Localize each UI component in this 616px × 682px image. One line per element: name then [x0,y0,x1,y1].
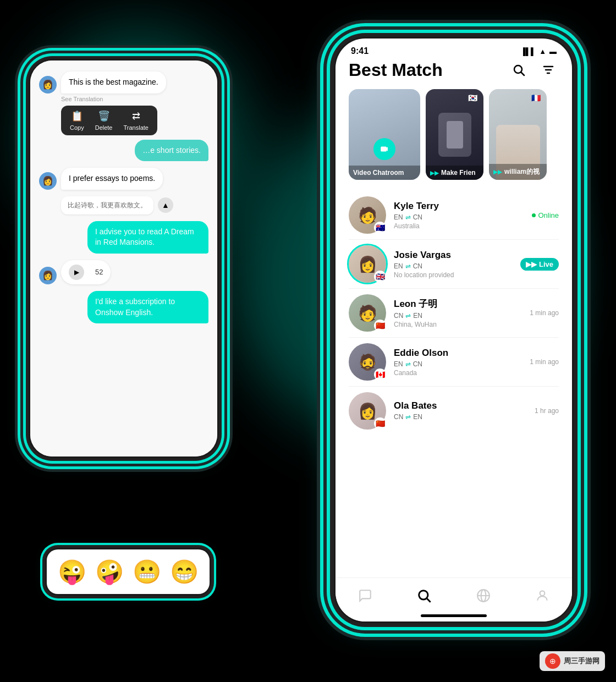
emoji-3[interactable]: 😬 [133,558,161,585]
chat-bubble-5: I'd like a subscription to Onshow Englis… [87,291,208,323]
story-card-make-friends[interactable]: 🇰🇷 ▶▶ Make Frien [426,89,483,180]
user-avatar-leon: 🧑 🇨🇳 [349,294,386,332]
svg-line-1 [521,73,525,76]
user-row-leon[interactable]: 🧑 🇨🇳 Leon 子明 CN ⇌ EN China, WuHan 1 min … [349,289,559,338]
watermark-text: 周三手游网 [564,656,600,666]
status-bar: 9:41 ▐▌▌ ▲ ▬ [336,38,572,59]
josie-live-badge: ▶▶ Live [520,258,559,271]
emoji-2[interactable]: 🤪 [95,558,124,585]
home-indicator [421,614,487,617]
user-row-josie[interactable]: 👩 🇬🇧 Josie Vargas EN ⇌ CN No location pr… [349,240,559,289]
play-button[interactable]: ▶ [69,265,84,280]
chat-phone: 👩 This is the best magazine. See Transla… [30,61,217,457]
wifi-icon: ▲ [539,47,546,56]
story-label-friends: ▶▶ Make Frien [426,166,483,180]
leon-location: China, WuHan [394,321,522,328]
page-header: Best Match [349,59,559,80]
josie-flag: 🇬🇧 [374,271,386,283]
chat-row-3: 👩 I prefer essays to poems. [39,168,208,190]
story-label-video: Video Chatroom [349,166,420,180]
kyle-location: Australia [394,222,524,230]
status-time: 9:41 [351,46,369,56]
chat-content: 👩 This is the best magazine. See Transla… [30,61,217,457]
leon-flag: 🇨🇳 [374,320,386,332]
leon-langs: CN ⇌ EN [394,312,522,320]
emoji-1[interactable]: 😜 [58,558,86,585]
chat-avatar-3: 👩 [39,172,57,190]
user-list: 🧑 🇦🇺 Kyle Terry EN ⇌ CN Australia [349,191,559,435]
story-label-william: ▶▶ william的视 [489,164,547,180]
leon-name: Leon 子明 [394,298,522,310]
eddie-langs: EN ⇌ CN [394,360,522,368]
user-row-eddie[interactable]: 🧔 🇨🇦 Eddie Olson EN ⇌ CN Canada 1 min ag… [349,338,559,387]
context-menu: 📋 Copy 🗑️ Delete ⇄ Translate [61,106,157,135]
emoji-4[interactable]: 😁 [170,558,199,585]
chat-bubble-4: I advise you to read A Dream in Red Mans… [87,221,208,254]
kyle-status: Online [532,211,559,219]
eddie-name: Eddie Olson [394,348,522,359]
user-avatar-ola: 👩 🇨🇳 [349,392,386,430]
leon-status: 1 min ago [530,309,559,317]
see-translation-1[interactable]: See Translation [61,96,208,102]
watermark: ⊕ 周三手游网 [540,651,605,671]
leon-info: Leon 子明 CN ⇌ EN China, WuHan [394,298,522,328]
user-row-kyle[interactable]: 🧑 🇦🇺 Kyle Terry EN ⇌ CN Australia [349,191,559,240]
eddie-flag: 🇨🇦 [374,369,386,381]
search-button[interactable] [508,59,529,80]
ctx-copy[interactable]: 📋 Copy [70,110,84,131]
header-icons [508,59,559,80]
ctx-delete[interactable]: 🗑️ Delete [95,110,113,131]
chat-row-1: 👩 This is the best magazine. [39,72,208,94]
battery-icon: ▬ [549,47,557,56]
story-card-william[interactable]: 🇫🇷 ▶▶ william的视 [489,89,547,180]
josie-info: Josie Vargas EN ⇌ CN No location provide… [394,250,513,279]
chat-row-4: I advise you to read A Dream in Red Mans… [39,221,208,254]
chat-bubble-3: I prefer essays to poems. [61,168,163,190]
chat-bubble-1: This is the best magazine. [61,72,166,94]
video-chatroom-btn[interactable] [373,138,395,160]
emoji-panel: 😜 🤪 😬 😁 [47,549,210,594]
ola-name: Ola Bates [394,400,527,411]
chat-bubble-2: …e short stories. [135,140,208,162]
main-phone: 9:41 ▐▌▌ ▲ ▬ Best Match [336,38,572,622]
kyle-name: Kyle Terry [394,201,524,212]
user-avatar-eddie: 🧔 🇨🇦 [349,343,386,381]
eddie-location: Canada [394,369,522,377]
phone-content: Best Match [336,59,572,587]
watermark-icon: ⊕ [545,653,560,669]
josie-location: No location provided [394,271,513,279]
josie-status: ▶▶ Live [520,258,559,271]
kyle-langs: EN ⇌ CN [394,213,524,221]
ola-status: 1 hr ago [535,407,559,415]
signal-icon: ▐▌▌ [520,47,536,56]
user-row-ola[interactable]: 👩 🇨🇳 Ola Bates CN ⇌ EN 1 hr ago [349,387,559,435]
audio-time: 52 [95,268,103,276]
svg-line-6 [427,598,431,602]
chat-row-5: I'd like a subscription to Onshow Englis… [39,291,208,323]
nav-discover[interactable] [411,582,437,609]
story-card-video[interactable]: Video Chatroom [349,89,420,180]
stories-row: Video Chatroom 🇰🇷 ▶▶ Make Frien [349,89,559,180]
chat-row-2: …e short stories. [39,140,208,162]
nav-explore[interactable] [470,582,497,609]
filter-button[interactable] [538,59,559,80]
chat-row-audio: 👩 ▶ 52 [39,260,208,284]
kyle-flag: 🇦🇺 [374,222,386,234]
user-avatar-josie: 👩 🇬🇧 [349,245,386,283]
svg-point-10 [540,591,545,596]
josie-langs: EN ⇌ CN [394,262,513,270]
translate-icon: ⇄ [132,110,140,122]
ctx-translate[interactable]: ⇄ Translate [123,110,148,131]
send-translation-btn[interactable]: ▲ [158,197,173,213]
status-icons: ▐▌▌ ▲ ▬ [520,47,557,56]
eddie-status: 1 min ago [530,358,559,366]
eddie-info: Eddie Olson EN ⇌ CN Canada [394,348,522,377]
user-avatar-kyle: 🧑 🇦🇺 [349,196,386,234]
audio-bubble[interactable]: ▶ 52 [61,260,111,284]
svg-point-5 [419,590,428,599]
kyle-info: Kyle Terry EN ⇌ CN Australia [394,201,524,230]
nav-chat[interactable] [352,582,378,609]
delete-icon: 🗑️ [98,110,110,122]
translation-row: 比起诗歌，我更喜欢散文。 ▲ [61,196,208,215]
nav-profile[interactable] [529,582,556,609]
